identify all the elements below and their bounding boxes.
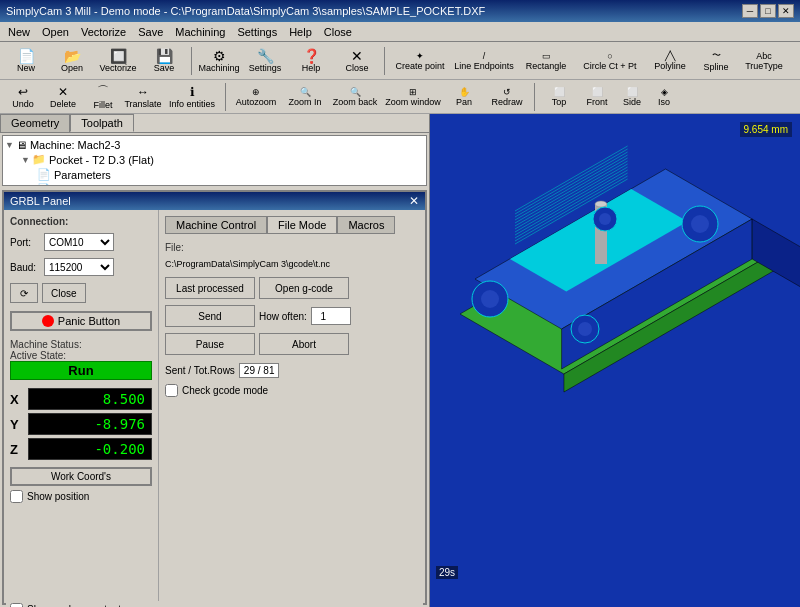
close-window-button[interactable]: ✕ <box>778 4 794 18</box>
tool-line-endpoints[interactable]: / Line Endpoints <box>452 44 516 78</box>
tool-pan[interactable]: ✋ Pan <box>445 83 483 111</box>
toolpath-icon: 📄 <box>37 183 51 186</box>
info-icon: ℹ <box>190 85 195 99</box>
save-icon: 💾 <box>156 49 173 63</box>
tool-iso[interactable]: ◈ Iso <box>650 83 678 111</box>
tree-item-machine[interactable]: ▼ 🖥 Machine: Mach2-3 <box>5 138 424 152</box>
open-gcode-button[interactable]: Open g-code <box>259 277 349 299</box>
baud-row: Baud: 115200 <box>10 258 152 276</box>
show-position-row: Show position <box>10 490 152 503</box>
tree-item-toolpath[interactable]: 📄 Toolpath (239) <box>5 182 424 186</box>
show-position-checkbox[interactable] <box>10 490 23 503</box>
tab-geometry[interactable]: Geometry <box>0 114 70 132</box>
maximize-button[interactable]: □ <box>760 4 776 18</box>
tool-open[interactable]: 📂 Open <box>50 44 94 78</box>
work-coord-button[interactable]: Work Coord's <box>10 467 152 486</box>
tool-circle[interactable]: ○ Circle Ct + Pt <box>576 44 644 78</box>
minimize-button[interactable]: ─ <box>742 4 758 18</box>
toolbar-separator-1 <box>191 47 192 75</box>
machining-icon: ⚙ <box>213 49 226 63</box>
tool-side[interactable]: ⬜ Side <box>616 83 648 111</box>
send-row: Send How often: <box>165 305 419 327</box>
tool-rectangle[interactable]: ▭ Rectangle <box>518 44 574 78</box>
tree-expand-pocket: ▼ <box>21 155 30 165</box>
menu-save[interactable]: Save <box>132 24 169 40</box>
coords-display: 9.654 mm <box>740 122 792 137</box>
grbl-right: Machine Control File Mode Macros File: C… <box>159 210 425 601</box>
tool-zoomback[interactable]: 🔍 Zoom back <box>329 83 381 111</box>
check-gcode-checkbox[interactable] <box>165 384 178 397</box>
create-point-icon: ✦ <box>416 51 424 61</box>
tab-macros[interactable]: Macros <box>337 216 395 234</box>
abort-button[interactable]: Abort <box>259 333 349 355</box>
tool-info-entities[interactable]: ℹ Info entities <box>164 83 220 111</box>
tool-polyline[interactable]: ╱╲ Polyline <box>646 44 694 78</box>
circle-icon: ○ <box>607 51 612 61</box>
tab-toolpath[interactable]: Toolpath <box>70 114 134 132</box>
tool-close[interactable]: ✕ Close <box>335 44 379 78</box>
panic-dot <box>42 315 54 327</box>
how-often-input[interactable] <box>311 307 351 325</box>
tool-help[interactable]: ❓ Help <box>289 44 333 78</box>
send-button[interactable]: Send <box>165 305 255 327</box>
tool-new[interactable]: 📄 New <box>4 44 48 78</box>
toolbar-separator-3 <box>225 83 226 111</box>
baud-select[interactable]: 115200 <box>44 258 114 276</box>
tool-truetype[interactable]: Abc TrueType <box>738 44 790 78</box>
close-connection-button[interactable]: Close <box>42 283 86 303</box>
tool-machining[interactable]: ⚙ Machining <box>197 44 241 78</box>
titlebar: SimplyCam 3 Mill - Demo mode - C:\Progra… <box>0 0 800 22</box>
z-axis-label: Z <box>10 442 28 457</box>
tool-zoomwindow[interactable]: ⊞ Zoom window <box>383 83 443 111</box>
tool-spline[interactable]: 〜 Spline <box>696 44 736 78</box>
toolbar-separator-2 <box>384 47 385 75</box>
3d-canvas[interactable] <box>430 114 800 607</box>
title-text: SimplyCam 3 Mill - Demo mode - C:\Progra… <box>6 5 485 17</box>
tool-settings[interactable]: 🔧 Settings <box>243 44 287 78</box>
y-axis-value: -8.976 <box>28 413 152 435</box>
tool-create-point[interactable]: ✦ Create point <box>390 44 450 78</box>
verbose-row: Show verbose output <box>6 601 423 607</box>
grbl-close-button[interactable]: ✕ <box>409 194 419 208</box>
verbose-section: Show verbose output N24 Y-0.575 N25 X10.… <box>6 601 423 607</box>
tool-delete[interactable]: ✕ Delete <box>44 83 82 111</box>
tree-item-pocket[interactable]: ▼ 📁 Pocket - T2 D.3 (Flat) <box>5 152 424 167</box>
x-axis-row: X 8.500 <box>10 388 152 410</box>
last-processed-button[interactable]: Last processed <box>165 277 255 299</box>
vectorize-icon: 🔲 <box>110 49 127 63</box>
verbose-checkbox[interactable] <box>10 603 23 607</box>
pause-button[interactable]: Pause <box>165 333 255 355</box>
grbl-left: Connection: Port: COM10 Baud: 115200 <box>4 210 159 601</box>
tool-fillet[interactable]: ⌒ Fillet <box>84 83 122 111</box>
tool-front[interactable]: ⬜ Front <box>580 83 614 111</box>
menu-machining[interactable]: Machining <box>169 24 231 40</box>
tool-autozoom[interactable]: ⊕ Autozoom <box>231 83 281 111</box>
tool-save[interactable]: 💾 Save <box>142 44 186 78</box>
machine-icon: 🖥 <box>16 139 27 151</box>
tool-zoomin[interactable]: 🔍 Zoom In <box>283 83 327 111</box>
toolbar-separator-4 <box>534 83 535 111</box>
tab-machine-control[interactable]: Machine Control <box>165 216 267 234</box>
tool-translate[interactable]: ↔ Translate <box>124 83 162 111</box>
connect-button[interactable]: ⟳ <box>10 283 38 303</box>
port-label: Port: <box>10 237 40 248</box>
tool-vectorize[interactable]: 🔲 Vectorize <box>96 44 140 78</box>
menu-open[interactable]: Open <box>36 24 75 40</box>
menu-new[interactable]: New <box>2 24 36 40</box>
menu-settings[interactable]: Settings <box>231 24 283 40</box>
tool-top[interactable]: ⬜ Top <box>540 83 578 111</box>
menu-help[interactable]: Help <box>283 24 318 40</box>
x-axis-value: 8.500 <box>28 388 152 410</box>
port-select[interactable]: COM10 <box>44 233 114 251</box>
tree-view: ▼ 🖥 Machine: Mach2-3 ▼ 📁 Pocket - T2 D.3… <box>2 135 427 186</box>
tree-item-parameters[interactable]: 📄 Parameters <box>5 167 424 182</box>
menu-close[interactable]: Close <box>318 24 358 40</box>
settings-icon: 🔧 <box>257 49 274 63</box>
tool-undo[interactable]: ↩ Undo <box>4 83 42 111</box>
tool-redraw[interactable]: ↺ Redraw <box>485 83 529 111</box>
x-axis-label: X <box>10 392 28 407</box>
tab-file-mode[interactable]: File Mode <box>267 216 337 234</box>
panic-button[interactable]: Panic Button <box>10 311 152 331</box>
menu-vectorize[interactable]: Vectorize <box>75 24 132 40</box>
titlebar-buttons: ─ □ ✕ <box>742 4 794 18</box>
